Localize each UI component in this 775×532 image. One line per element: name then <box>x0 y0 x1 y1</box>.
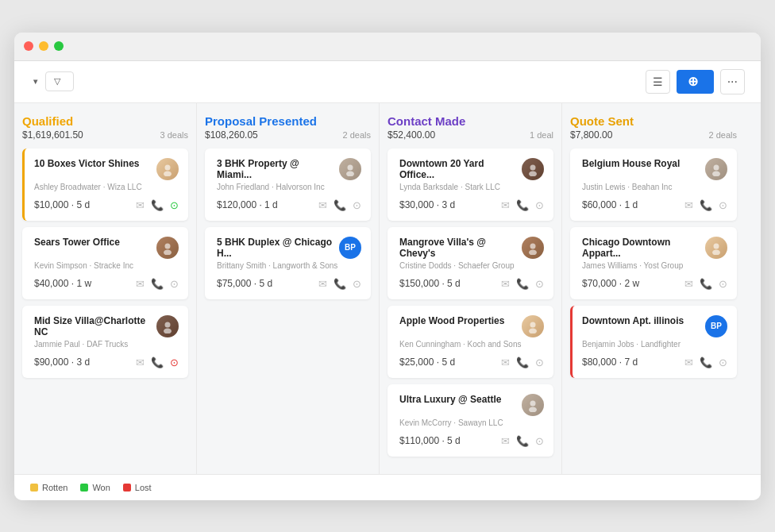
activity-icon[interactable]: ⊙ <box>535 199 544 211</box>
activity-icon[interactable]: ⊙ <box>535 278 544 290</box>
card-title: Downtown Apt. illinois <box>582 315 700 326</box>
avatar-quote-0 <box>705 158 727 180</box>
column-contact: Contact Made $52,400.00 1 deal Downtown … <box>380 103 562 474</box>
phone-icon[interactable]: 📞 <box>151 278 164 290</box>
card-amount: $60,000 · 1 d <box>582 199 638 210</box>
card-qualified-1[interactable]: Sears Tower Office Kevin Simpson · Strac… <box>22 227 188 299</box>
activity-icon[interactable]: ⊙ <box>719 199 727 211</box>
minimize-dot[interactable] <box>39 41 48 51</box>
column-meta-quote: $7,800.00 2 deals <box>570 129 737 141</box>
email-icon[interactable]: ✉ <box>501 278 510 290</box>
more-options-button[interactable]: ··· <box>720 69 745 94</box>
legend-dot-lost <box>123 484 131 492</box>
legend-item-rotten: Rotten <box>30 483 67 492</box>
card-icons: ✉ 📞 ⊙ <box>684 357 727 368</box>
column-meta-contact: $52,400.00 1 deal <box>388 129 553 141</box>
card-icons: ✉ 📞 ⊙ <box>501 435 544 447</box>
avatar-contact-1 <box>522 237 544 259</box>
activity-icon[interactable]: ⊙ <box>719 357 727 368</box>
list-view-button[interactable]: ☰ <box>646 70 670 94</box>
card-footer: $60,000 · 1 d ✉ 📞 ⊙ <box>582 199 727 211</box>
activity-icon[interactable]: ⊙ <box>719 278 727 290</box>
activity-icon[interactable]: ⊙ <box>170 357 179 368</box>
avatar-quote-1 <box>705 237 727 259</box>
card-proposal-1[interactable]: 5 BHK Duplex @ Chicago H... BP Brittany … <box>205 227 371 299</box>
card-contact-0[interactable]: Downtown 20 Yard Office... Lynda Barksda… <box>388 148 553 221</box>
email-icon[interactable]: ✉ <box>136 357 145 368</box>
card-proposal-0[interactable]: 3 BHK Property @ Miami... John Friedland… <box>205 148 371 221</box>
column-header-contact: Contact Made $52,400.00 1 deal <box>388 114 553 141</box>
card-title: 10 Boxes Victor Shines <box>34 158 152 169</box>
card-quote-0[interactable]: Belgium House Royal Justin Lewis · Beaha… <box>570 148 737 221</box>
column-quote: Quote Sent $7,800.00 2 deals Belgium Hou… <box>562 103 745 474</box>
column-amount-proposal: $108,260.05 <box>205 129 258 141</box>
card-icons: ✉ 📞 ⊙ <box>501 199 544 211</box>
phone-icon[interactable]: 📞 <box>700 199 712 211</box>
card-footer: $40,000 · 1 w ✉ 📞 ⊙ <box>34 278 179 290</box>
phone-icon[interactable]: 📞 <box>516 435 529 447</box>
card-title: Sears Tower Office <box>34 237 152 248</box>
card-amount: $70,000 · 2 w <box>582 278 639 289</box>
card-icons: ✉ 📞 ⊙ <box>684 199 727 211</box>
email-icon[interactable]: ✉ <box>136 278 145 290</box>
email-icon[interactable]: ✉ <box>136 199 145 211</box>
card-quote-1[interactable]: Chicago Downtown Appart... James William… <box>570 227 737 299</box>
card-contact-3[interactable]: Ultra Luxury @ Seattle Kevin McCorry · S… <box>388 384 553 457</box>
email-icon[interactable]: ✉ <box>684 278 693 290</box>
svg-point-3 <box>164 249 172 255</box>
email-icon[interactable]: ✉ <box>318 278 327 290</box>
card-sub: Jammie Paul · DAF Trucks <box>34 340 179 349</box>
phone-icon[interactable]: 📞 <box>516 278 529 290</box>
activity-icon[interactable]: ⊙ <box>535 435 544 447</box>
filter-button[interactable]: ▽ <box>45 71 74 91</box>
activity-icon[interactable]: ⊙ <box>170 278 179 290</box>
card-footer: $90,000 · 3 d ✉ 📞 ⊙ <box>34 357 179 368</box>
activity-icon[interactable]: ⊙ <box>353 199 361 211</box>
activity-icon[interactable]: ⊙ <box>170 199 179 211</box>
email-icon[interactable]: ✉ <box>501 357 510 368</box>
close-dot[interactable] <box>24 41 33 51</box>
email-icon[interactable]: ✉ <box>501 435 510 447</box>
card-qualified-2[interactable]: Mid Size Villa@Charlotte NC Jammie Paul … <box>22 306 188 378</box>
card-icons: ✉ 📞 ⊙ <box>136 278 179 290</box>
activity-icon[interactable]: ⊙ <box>535 357 544 368</box>
card-qualified-0[interactable]: 10 Boxes Victor Shines Ashley Broadwater… <box>22 148 188 221</box>
card-footer: $80,000 · 7 d ✉ 📞 ⊙ <box>582 357 727 368</box>
phone-icon[interactable]: 📞 <box>151 199 164 211</box>
card-footer: $110,000 · 5 d ✉ 📞 ⊙ <box>399 435 544 447</box>
column-amount-quote: $7,800.00 <box>570 129 612 141</box>
legend-item-won: Won <box>80 483 110 492</box>
card-title: Mangrove Villa's @ Chevy's <box>399 237 517 259</box>
phone-icon[interactable]: 📞 <box>334 278 346 290</box>
phone-icon[interactable]: 📞 <box>700 357 712 368</box>
phone-icon[interactable]: 📞 <box>700 278 712 290</box>
email-icon[interactable]: ✉ <box>318 199 327 211</box>
column-title-contact: Contact Made <box>388 114 553 128</box>
phone-icon[interactable]: 📞 <box>151 357 164 368</box>
card-contact-1[interactable]: Mangrove Villa's @ Chevy's Cristine Dodd… <box>388 227 553 299</box>
phone-icon[interactable]: 📞 <box>334 199 346 211</box>
kanban-board: Qualified $1,619,601.50 3 deals 10 Boxes… <box>14 103 761 474</box>
card-title: Downtown 20 Yard Office... <box>399 158 517 180</box>
card-contact-2[interactable]: Apple Wood Properties Ken Cunningham · K… <box>388 306 553 378</box>
card-footer: $10,000 · 5 d ✉ 📞 ⊙ <box>34 199 179 211</box>
maximize-dot[interactable] <box>54 41 64 51</box>
add-deal-button[interactable]: ⊕ <box>677 70 714 94</box>
card-quote-2[interactable]: Downtown Apt. illinois BP Benjamin Jobs … <box>570 306 737 378</box>
card-icons: ✉ 📞 ⊙ <box>318 278 361 290</box>
column-proposal: Proposal Presented $108,260.05 2 deals 3… <box>197 103 380 474</box>
sales-dropdown[interactable]: ▾ <box>30 77 37 86</box>
phone-icon[interactable]: 📞 <box>516 357 529 368</box>
app-window: ▾ ▽ <box>14 33 761 500</box>
email-icon[interactable]: ✉ <box>684 357 693 368</box>
card-amount: $40,000 · 1 w <box>34 278 91 289</box>
email-icon[interactable]: ✉ <box>684 199 693 211</box>
phone-icon[interactable]: 📞 <box>516 199 529 211</box>
column-amount-contact: $52,400.00 <box>388 129 435 141</box>
card-sub: Ken Cunningham · Koch and Sons <box>399 340 544 349</box>
column-title-quote: Quote Sent <box>570 114 737 128</box>
svg-point-11 <box>529 249 537 255</box>
email-icon[interactable]: ✉ <box>501 199 510 211</box>
avatar-qualified-0 <box>156 158 179 180</box>
activity-icon[interactable]: ⊙ <box>353 278 361 290</box>
